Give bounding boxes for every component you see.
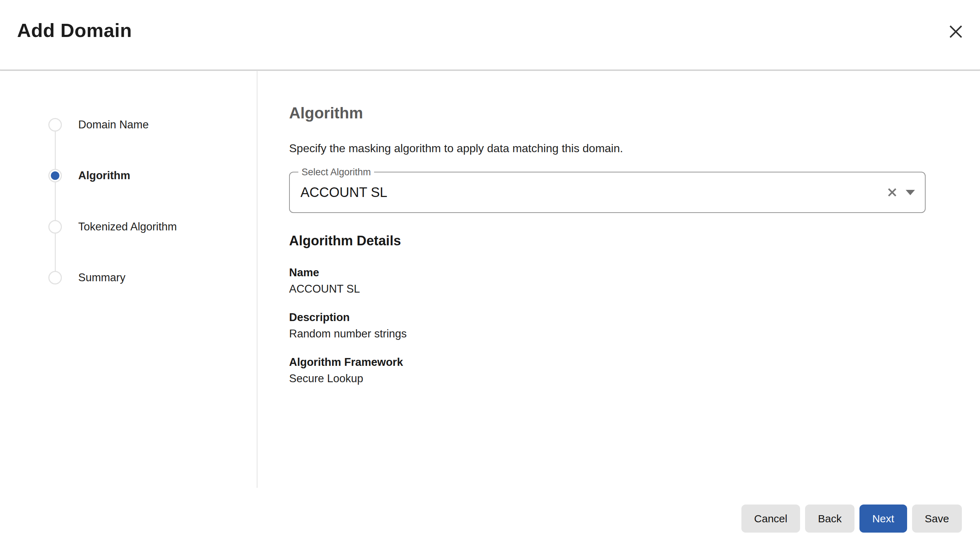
wizard-stepper: Domain Name Algorithm Tokenized Algorith… — [0, 71, 257, 488]
detail-algorithm-framework: Algorithm Framework Secure Lookup — [289, 354, 926, 387]
step-label: Domain Name — [78, 118, 149, 132]
algorithm-details-section: Algorithm Details Name ACCOUNT SL Descri… — [289, 232, 926, 387]
detail-description: Description Random number strings — [289, 309, 926, 342]
step-label: Algorithm — [78, 169, 130, 183]
cancel-button[interactable]: Cancel — [741, 504, 800, 533]
clear-selection-icon[interactable] — [885, 184, 900, 200]
detail-name: Name ACCOUNT SL — [289, 264, 926, 297]
detail-value: ACCOUNT SL — [289, 281, 926, 297]
stepper-connector-line — [55, 124, 56, 277]
detail-value: Random number strings — [289, 326, 926, 342]
step-circle-incomplete — [48, 220, 62, 234]
footer-actions: Cancel Back Next Save — [741, 504, 962, 533]
wizard-sidebar: Domain Name Algorithm Tokenized Algorith… — [0, 71, 258, 488]
detail-value: Secure Lookup — [289, 370, 926, 387]
detail-label: Description — [289, 309, 926, 326]
step-circle-active — [48, 169, 62, 182]
close-icon — [949, 24, 963, 40]
select-algorithm-field[interactable]: Select Algorithm ACCOUNT SL — [289, 172, 926, 213]
dialog-title: Add Domain — [17, 20, 132, 41]
detail-label: Name — [289, 264, 926, 281]
details-heading: Algorithm Details — [289, 232, 926, 249]
dialog-header: Add Domain — [0, 0, 980, 70]
next-button[interactable]: Next — [859, 504, 907, 533]
step-label: Summary — [78, 270, 126, 285]
back-button[interactable]: Back — [805, 504, 854, 533]
close-button[interactable] — [946, 22, 966, 42]
step-label: Tokenized Algorithm — [78, 220, 177, 234]
select-algorithm-label: Select Algorithm — [298, 166, 374, 178]
save-button[interactable]: Save — [912, 504, 962, 533]
caret-down-icon[interactable] — [906, 190, 915, 195]
step-circle-incomplete — [48, 118, 62, 132]
step-content: Algorithm Specify the masking algorithm … — [289, 104, 926, 399]
select-algorithm-value: ACCOUNT SL — [290, 185, 885, 200]
section-heading: Algorithm — [289, 104, 926, 122]
section-subtitle: Specify the masking algorithm to apply d… — [289, 141, 926, 155]
step-circle-incomplete — [48, 271, 62, 285]
detail-label: Algorithm Framework — [289, 354, 926, 370]
